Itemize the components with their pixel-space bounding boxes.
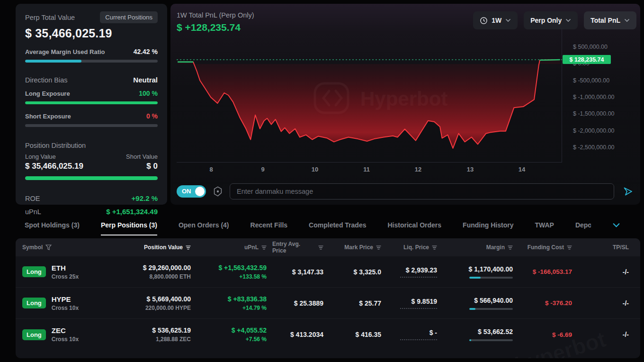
tab-historical-orders[interactable]: Historical Orders [387,215,441,235]
position-value-cell: $ 29,260,000.008,800.0000 ETH [118,264,197,280]
sort-icon[interactable] [508,245,513,250]
upnl-value: $ +83,836.38 [197,295,267,303]
column-header-mark-price[interactable]: Mark Price [329,244,387,251]
entry-price-cell: $ 413.2034 [272,331,329,338]
short-value: $ 0 [146,162,158,171]
sort-icon[interactable] [432,245,437,250]
tab-funding-history[interactable]: Funding History [463,215,513,235]
column-label: Funding Cost [528,244,564,251]
sort-icon[interactable] [261,245,267,250]
margin-value: $ 566,940.00 [443,297,513,304]
column-header-entry-avg-price[interactable]: Entry Avg. Price [272,241,329,254]
danmaku-input[interactable] [230,183,614,199]
column-header-upnl[interactable]: uPnL [197,244,272,251]
chart-control-1w[interactable]: 1W [473,11,518,29]
danmaku-settings-icon[interactable] [212,186,224,197]
short-value-label: Short Value [126,153,158,160]
margin-cell: $ 1,170,400.00 [443,265,519,279]
chevron-down-icon [624,18,630,22]
filter-icon[interactable] [45,244,52,250]
margin-ratio-value: 42.42 % [134,48,158,55]
long-exposure-value: 100 % [139,90,158,97]
danmaku-toggle[interactable]: ON [177,185,206,198]
position-value-cell: $ 536,625.191,288.88 ZEC [118,326,197,343]
column-header-margin[interactable]: Margin [443,244,519,251]
margin-usage-fill [469,277,481,279]
y-axis-label: $ -1,500,000.00 [573,110,615,117]
mark-price: $ 25.77 [329,299,381,307]
column-label: Liq. Price [403,244,429,251]
liq-price-cell[interactable]: $ 2,939.23 [387,266,443,278]
chart-control-total-pnl[interactable]: Total PnL [584,11,636,29]
mark-price-cell: $ 3,325.0 [329,268,387,276]
position-size: 8,800.0000 ETH [118,273,191,280]
position-value: $ 536,625.19 [118,326,191,334]
upnl-value: $ +4,055.52 [197,326,267,334]
symbol-wrap: ETHCross 25x [52,264,79,280]
tpsl-cell: -/- [578,331,635,338]
column-label: Margin [486,244,505,251]
x-axis-label: 13 [467,166,474,173]
control-label: Perp Only [530,17,562,24]
column-header-liq-price[interactable]: Liq. Price [387,244,443,251]
x-axis: 891011121314 [177,166,562,175]
chart-control-perp-only[interactable]: Perp Only [524,11,578,29]
symbol-cell: LongZECCross 10x [21,326,118,343]
y-axis-label: $ 500,000.00 [573,44,608,50]
tab-recent-fills[interactable]: Recent Fills [250,215,288,235]
current-positions-chip[interactable]: Current Positions [100,11,158,23]
tab-spot-holdings-3-[interactable]: Spot Holdings (3) [25,215,80,235]
perp-summary-panel: Perp Total Value Current Positions $ 35,… [16,4,167,205]
funding-cost: $ -6.69 [519,331,572,338]
upnl-percent: +133.58 % [197,273,267,280]
funding-cost: $ -166,053.17 [519,268,572,275]
position-row-zec: LongZECCross 10x$ 536,625.191,288.88 ZEC… [16,319,640,350]
sort-icon[interactable] [567,245,572,250]
liq-price-cell[interactable]: $ 9.8519 [387,298,443,309]
tab-completed-trades[interactable]: Completed Trades [309,215,366,235]
x-axis-label: 8 [209,166,213,173]
symbol-wrap: ZECCross 10x [52,326,79,343]
margin-usage-bar [469,277,513,279]
position-distribution-label: Position Distribution [25,142,158,149]
tab-perp-positions-3-[interactable]: Perp Positions (3) [101,215,157,235]
danmaku-bar: ON [177,183,614,199]
symbol-cell: LongHYPECross 10x [21,295,118,311]
danmaku-toggle-label: ON [182,188,191,195]
entry-price: $ 413.2034 [272,331,323,338]
pnl-chart-plot[interactable]: Hyperbot [177,28,562,163]
sort-icon[interactable] [318,245,323,250]
margin-cell: $ 53,662.52 [443,328,519,341]
sort-icon[interactable] [186,245,191,250]
y-axis-label: $ -500,000.00 [573,77,609,84]
long-value: $ 35,466,025.19 [25,162,83,171]
roe-value: +92.2 % [132,194,158,202]
tpsl-cell: -/- [578,268,635,276]
x-axis-label: 10 [312,166,318,173]
sort-icon[interactable] [376,245,381,250]
tpsl-value: -/- [578,299,629,307]
column-header-position-value[interactable]: Position Value [118,244,197,251]
pnl-chart-panel: 1W Total PnL (Perp Only) $ +128,235.74 1… [170,4,640,205]
side-badge: Long [22,298,46,308]
chart-title: 1W Total PnL (Perp Only) [177,11,254,19]
column-label: uPnL [244,244,259,251]
tabs-expand-icon[interactable] [612,223,620,228]
tab-open-orders-4-[interactable]: Open Orders (4) [179,215,229,235]
tab-twap[interactable]: TWAP [535,215,554,235]
liq-price: $ 2,939.23 [387,266,437,274]
column-label: Position Value [144,244,183,251]
column-header-funding-cost[interactable]: Funding Cost [519,244,578,251]
liq-price-cell[interactable]: $ - [387,329,443,340]
chevron-down-icon [565,18,571,22]
send-icon[interactable] [622,186,634,199]
tab-deposits-withdrawals[interactable]: Deposits & Withdrawals [575,215,591,235]
direction-bias-label: Direction Bias [25,76,67,84]
perp-total-value: $ 35,466,025.19 [25,27,158,40]
column-header-tp-sl[interactable]: TP/SL [578,244,635,251]
column-header-symbol[interactable]: Symbol [21,244,118,251]
roe-label: ROE [25,195,40,202]
position-size: 1,288.88 ZEC [118,336,191,343]
x-axis-label: 12 [415,166,421,173]
column-label: Symbol [22,244,43,251]
